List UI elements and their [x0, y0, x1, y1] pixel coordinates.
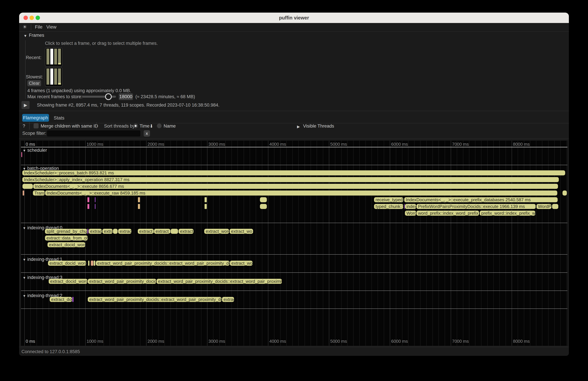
flame-scope-bar[interactable]	[87, 229, 88, 234]
flame-scope-bar[interactable]: extract_word_pair_proximity_docids	[88, 279, 156, 284]
slowest-frames-thumbnail[interactable]	[45, 67, 63, 87]
flame-scope-bar[interactable]	[21, 152, 22, 157]
flame-scope-bar[interactable]: PrefixWordPairsProximityDocids::execute …	[417, 204, 536, 209]
frames-header[interactable]: Frames	[29, 33, 44, 38]
flame-scope-bar[interactable]: extrac	[118, 229, 131, 234]
flame-scope-bar[interactable]	[171, 229, 178, 234]
sort-name-label[interactable]: Name	[164, 124, 176, 129]
flame-scope-bar[interactable]: word_prefix::index_word_prefix_	[417, 211, 479, 216]
flame-scope-bar[interactable]: IndexDocuments<_, _>::execute 8656.677 m…	[33, 184, 558, 189]
flame-scope-bar[interactable]: extract	[179, 229, 193, 234]
flame-scope-bar[interactable]	[87, 204, 89, 209]
flame-scope-bar[interactable]: WordPr	[536, 204, 551, 209]
frame-bar[interactable]	[54, 68, 57, 85]
flame-scope-bar[interactable]: IndexScheduler>::process_batch 8953.821 …	[22, 170, 565, 175]
frame-bar[interactable]	[58, 49, 61, 64]
flame-scope-bar[interactable]	[138, 204, 140, 209]
flame-scope-bar[interactable]: extract_doc	[50, 297, 72, 302]
flame-scope-bar[interactable]	[89, 197, 89, 202]
flame-scope-bar[interactable]: extract_word_pair_proximity_docids::extr…	[88, 297, 222, 302]
flame-scope-bar[interactable]	[95, 204, 95, 209]
scope-filter-input[interactable]	[47, 130, 141, 137]
flame-scope-bar[interactable]: IndexDocuments<_, _>::execute_prefix_dat…	[404, 197, 558, 202]
flame-scope-bar[interactable]: extract_word_pair_proximity_docids::extr…	[157, 279, 282, 284]
flame-scope-bar[interactable]	[88, 261, 89, 266]
flame-scope-bar[interactable]: extra	[102, 229, 113, 234]
flame-scope-bar[interactable]: extract_word_pair_proximity_docids::extr…	[96, 261, 230, 266]
flame-scope-bar[interactable]: extract_	[138, 229, 154, 234]
collapse-icon[interactable]: ▼	[23, 167, 26, 170]
max-frames-value[interactable]: 18000	[119, 93, 133, 100]
frame-bar[interactable]	[46, 68, 49, 85]
flame-scope-bar[interactable]: prefix_word::index_prefix_wo	[480, 211, 535, 216]
flame-scope-bar[interactable]	[95, 197, 95, 202]
tab-stats[interactable]: Stats	[54, 115, 64, 121]
sort-direction-arrow-icon[interactable]: ⬇	[149, 124, 153, 129]
max-frames-slider-knob[interactable]	[105, 93, 112, 100]
flame-scope-bar[interactable]: Trans	[33, 190, 45, 195]
thread-header-scheduler[interactable]: ▼scheduler	[23, 148, 47, 153]
flame-scope-bar[interactable]: Word	[405, 211, 416, 216]
flame-scope-bar[interactable]	[113, 229, 118, 234]
collapse-icon[interactable]: ▼	[23, 258, 26, 261]
flame-scope-bar[interactable]	[552, 204, 558, 209]
flame-scope-bar[interactable]	[260, 204, 267, 209]
flame-scope-bar[interactable]: extract::data_from_ob	[45, 235, 88, 240]
merge-children-checkbox[interactable]	[34, 123, 39, 128]
flame-scope-bar[interactable]	[91, 261, 93, 266]
frame-bar[interactable]	[46, 49, 49, 64]
frame-bar-selected[interactable]	[50, 49, 53, 64]
flame-scope-bar[interactable]	[563, 190, 567, 195]
flame-scope-bar[interactable]	[260, 197, 267, 202]
flame-scope-bar[interactable]: IndexDocuments<_, _>::execute_raw 8459.1…	[45, 190, 557, 195]
flame-scope-bar[interactable]	[87, 197, 89, 202]
flame-scope-bar[interactable]	[22, 184, 33, 189]
flamegraph-canvas[interactable]: 0 ms0 ms1000 ms1000 ms2000 ms2000 ms3000…	[21, 141, 567, 346]
flame-scope-bar[interactable]	[138, 197, 140, 202]
flame-scope-bar[interactable]: extract_wo	[230, 229, 253, 234]
visible-threads-header[interactable]: Visible Threads	[303, 124, 334, 129]
flame-scope-bar[interactable]	[72, 297, 74, 302]
frame-bar-selected[interactable]	[50, 68, 53, 85]
help-button[interactable]: ?	[23, 124, 25, 129]
collapse-icon[interactable]: ▼	[23, 226, 26, 230]
theme-toggle-icon[interactable]: ☀	[22, 24, 27, 30]
flame-scope-bar[interactable]	[94, 261, 95, 266]
flame-scope-bar[interactable]	[23, 190, 24, 195]
flame-scope-bar[interactable]: extract_wo	[230, 261, 252, 266]
flame-scope-bar[interactable]	[205, 197, 207, 202]
flame-scope-bar[interactable]: IndexScheduler>::apply_index_operation 8…	[22, 177, 559, 182]
flame-scope-bar[interactable]: extract	[89, 229, 102, 234]
flame-scope-bar[interactable]	[89, 204, 89, 209]
frame-bar[interactable]	[58, 68, 61, 85]
tab-flamegraph[interactable]: Flamegraph	[22, 114, 49, 122]
merge-children-label[interactable]: Merge children with same ID	[41, 124, 98, 129]
sort-name-radio[interactable]	[157, 124, 162, 128]
sort-time-label[interactable]: Time	[140, 124, 149, 129]
clear-button[interactable]: Clear	[27, 80, 41, 86]
flame-scope-bar[interactable]: split_grenad_by_chun	[45, 229, 87, 234]
recent-frames-thumbnail[interactable]	[45, 48, 63, 66]
visible-threads-collapse-icon[interactable]: ▶	[297, 124, 300, 129]
collapse-icon[interactable]: ▼	[23, 294, 26, 298]
sort-time-radio[interactable]	[133, 124, 138, 128]
flame-scope-bar[interactable]: extract_	[154, 229, 170, 234]
play-button[interactable]: ▶	[21, 101, 30, 109]
flame-scope-bar[interactable]: extract_docid_word	[47, 242, 85, 247]
flame-scope-bar[interactable]: typed_chunk::w	[374, 204, 403, 209]
flame-scope-bar[interactable]: extract_docid_word	[48, 261, 86, 266]
flame-scope-bar[interactable]: extract_word	[204, 229, 229, 234]
frame-bar[interactable]	[54, 49, 57, 64]
flame-scope-bar[interactable]: extract_docid_word	[49, 279, 87, 284]
collapse-icon[interactable]: ▼	[23, 149, 26, 152]
collapse-icon[interactable]: ▼	[23, 276, 26, 280]
flame-scope-bar[interactable]: index	[405, 204, 416, 209]
clear-filter-button[interactable]: x	[144, 130, 150, 137]
menu-file[interactable]: File	[35, 24, 42, 30]
frames-collapse-icon[interactable]: ▼	[23, 33, 27, 38]
flame-scope-bar[interactable]	[404, 204, 405, 209]
flame-scope-bar[interactable]: receive_typed_	[374, 197, 403, 202]
menu-view[interactable]: View	[46, 24, 56, 30]
flame-scope-bar[interactable]: extrac	[222, 297, 234, 302]
flame-scope-bar[interactable]	[205, 204, 207, 209]
